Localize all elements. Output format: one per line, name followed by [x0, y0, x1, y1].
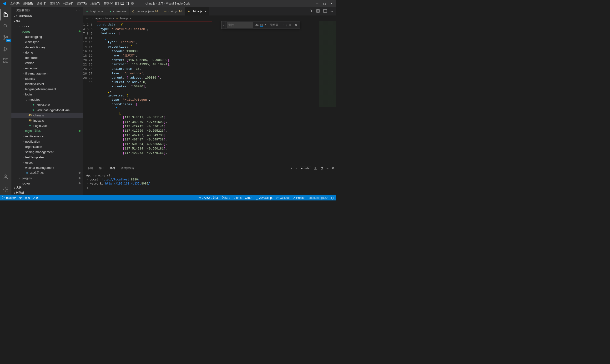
tree-item[interactable]: ›claimType	[12, 39, 83, 44]
timeline-section[interactable]: ›时间线	[12, 190, 83, 195]
editor-tab[interactable]: ▼china.vue	[106, 7, 130, 15]
editor-tab[interactable]: JSmain.jsM	[161, 7, 185, 15]
find-next-icon[interactable]: ↓	[286, 23, 288, 27]
run-debug-tab[interactable]	[0, 43, 12, 55]
panel-tab[interactable]: 调试控制台	[118, 165, 137, 172]
menu-item[interactable]: 编辑(E)	[21, 0, 35, 7]
find-selection-icon[interactable]: ≡	[289, 23, 291, 27]
sidebar-more-icon[interactable]: ···	[77, 9, 80, 12]
sync-icon[interactable]: ⟳	[19, 196, 22, 199]
terminal-profile[interactable]: ▸ node	[300, 166, 311, 170]
match-case-icon[interactable]: Aa	[255, 24, 258, 26]
tree-item[interactable]: ›file-management	[12, 71, 83, 76]
language-mode[interactable]: { } JavaScript	[256, 196, 272, 199]
source-control-tab[interactable]: 578	[0, 32, 12, 43]
panel-right-icon[interactable]	[126, 2, 129, 5]
tree-item[interactable]: ▼china.vue	[12, 102, 83, 107]
tree-item[interactable]: JSindex.js	[12, 118, 83, 123]
panel-bottom-icon[interactable]	[120, 2, 124, 5]
terminal-output[interactable]: App running at:- Local: http://localhost…	[83, 172, 336, 195]
panel-tab[interactable]: 输出	[96, 165, 107, 172]
new-terminal-icon[interactable]: ＋	[290, 166, 293, 170]
breadcrumb-item[interactable]: pages	[94, 17, 102, 20]
kill-terminal-icon[interactable]	[320, 166, 323, 170]
panel-close-icon[interactable]: ✕	[332, 167, 334, 170]
notifications-icon[interactable]	[331, 196, 334, 199]
go-live[interactable]: Go Live	[276, 196, 289, 199]
panel-left-icon[interactable]	[115, 2, 119, 5]
code-area[interactable]: const data = { type: 'FeatureCollection'…	[97, 21, 319, 164]
menu-item[interactable]: 文件(F)	[8, 0, 21, 7]
tree-item[interactable]: ›mock	[12, 24, 83, 29]
minimize-button[interactable]: ─	[315, 2, 320, 5]
tree-item[interactable]: ›setting-management	[12, 149, 83, 155]
prettier[interactable]: ✓ Prettier	[293, 196, 305, 199]
find-input[interactable]	[227, 22, 253, 28]
menu-item[interactable]: 选择(S)	[35, 0, 48, 7]
editor-tab[interactable]: JSchina.js×	[185, 7, 210, 15]
tree-item[interactable]: ›exception	[12, 65, 83, 71]
outline-section[interactable]: ›大纲	[12, 185, 83, 190]
tree-item[interactable]: ›data-dictionary	[12, 44, 83, 50]
tree-item[interactable]: ›plugins	[12, 175, 83, 181]
git-branch[interactable]: master*	[2, 196, 16, 199]
settings-gear-icon[interactable]	[0, 184, 12, 195]
accounts-icon[interactable]	[0, 171, 12, 182]
find-prev-icon[interactable]: ↑	[282, 23, 284, 27]
warnings[interactable]: △ 0	[33, 196, 38, 199]
tree-item[interactable]: JSchina.js	[12, 113, 83, 118]
find-toggle-icon[interactable]: ›	[222, 21, 226, 28]
panel-tab[interactable]: 终端	[107, 165, 118, 172]
breadcrumbs[interactable]: src›pages›login›JS china.js›...	[83, 15, 336, 21]
split-terminal-icon[interactable]	[314, 166, 317, 170]
tree-item[interactable]: ⌄pages	[12, 29, 83, 34]
panel-tab[interactable]: 问题	[85, 165, 96, 172]
tree-item[interactable]: ›textTemplates	[12, 155, 83, 160]
tree-item[interactable]: ›identityServer	[12, 81, 83, 86]
encoding[interactable]: UTF-8	[233, 196, 241, 199]
menu-item[interactable]: 查看(V)	[48, 0, 61, 7]
close-button[interactable]: ✕	[329, 2, 334, 5]
tab-close-icon[interactable]: ×	[205, 10, 207, 13]
diff-icon[interactable]	[316, 9, 320, 13]
layout-grid-icon[interactable]	[131, 2, 134, 5]
regex-icon[interactable]: .*	[264, 24, 266, 26]
breadcrumb-item[interactable]: JS china.js	[115, 17, 128, 20]
menu-item[interactable]: 帮助(H)	[102, 0, 116, 7]
panel-maximize-icon[interactable]: ︿	[326, 166, 329, 170]
tree-item[interactable]: ⌄login	[12, 92, 83, 97]
tree-item[interactable]: ›edition	[12, 60, 83, 65]
tree-item[interactable]: ›demoBox	[12, 55, 83, 60]
tree-item[interactable]: ›demo	[12, 50, 83, 55]
minimap[interactable]	[319, 21, 336, 164]
editor-tab[interactable]: {}package.jsonM	[130, 7, 161, 15]
whole-word-icon[interactable]: ab	[260, 24, 263, 27]
tree-item[interactable]: ›identity	[12, 76, 83, 81]
menu-item[interactable]: 终端(T)	[89, 0, 102, 7]
tree-item[interactable]: ›users	[12, 160, 83, 165]
more-icon[interactable]: ···	[330, 10, 333, 13]
maximize-button[interactable]: ▢	[322, 2, 327, 5]
tree-item[interactable]: ›login - 副本	[12, 128, 83, 133]
editor-tab[interactable]: ▼Login.vue	[83, 7, 106, 15]
tree-item[interactable]: ›organization	[12, 144, 83, 149]
tree-item[interactable]: ▤3d地图.zip	[12, 170, 83, 175]
tree-item[interactable]: ⌄modules	[12, 97, 83, 102]
indentation[interactable]: 空格: 2	[221, 196, 230, 200]
project-section[interactable]: ⌄练习	[12, 19, 83, 24]
tree-item[interactable]: ›multi-tenancy	[12, 133, 83, 139]
tree-item[interactable]: ›notification	[12, 139, 83, 144]
breadcrumb-item[interactable]: src	[86, 17, 90, 20]
tree-item[interactable]: ›languageManagement	[12, 86, 83, 92]
editor-body[interactable]: 1 2 3 4 5 6 7 8 9 10 11 12 13 14 15 16 1…	[83, 21, 336, 164]
eol[interactable]: CRLF	[245, 196, 252, 199]
split-icon[interactable]	[323, 9, 327, 13]
extensions-tab[interactable]	[0, 55, 12, 66]
cursor-position[interactable]: 行 27252，列 3	[198, 196, 218, 200]
layout-controls[interactable]	[115, 2, 134, 5]
search-tab[interactable]	[0, 20, 12, 32]
tree-item[interactable]: ▼Login.vue	[12, 123, 83, 128]
run-icon[interactable]	[309, 9, 313, 13]
tree-item[interactable]: ›wechat-management	[12, 165, 83, 170]
tree-item[interactable]: ›auditlogging	[12, 34, 83, 39]
